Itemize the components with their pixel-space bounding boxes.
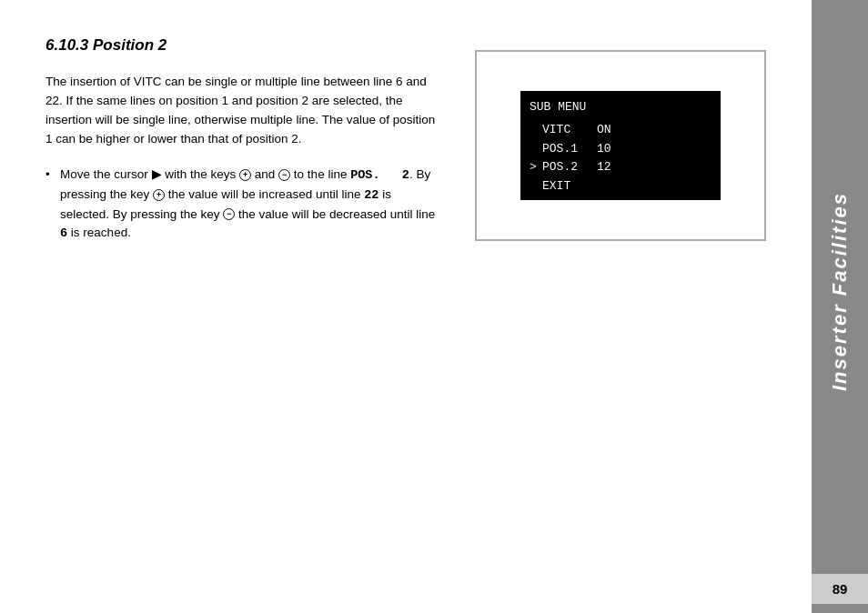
cursor-2: [530, 140, 542, 159]
cursor-1: [530, 121, 542, 140]
up-key2-icon: +: [153, 189, 165, 201]
screen-row-exit: EXIT: [530, 177, 712, 196]
label-vitc: VITC: [542, 121, 597, 140]
label-pos2: POS.2: [542, 158, 597, 177]
screen-panel: SUB MENU VITC ON POS.1 10 > POS.2 12 EXI…: [475, 50, 766, 241]
down-key-icon: −: [278, 169, 290, 181]
up-key-icon: +: [239, 169, 251, 181]
list-item: Move the cursor ▶ with the keys + and − …: [45, 166, 437, 245]
bullet-text: Move the cursor ▶ with the keys + and − …: [60, 167, 435, 240]
screen-header: SUB MENU: [530, 98, 712, 117]
screen-row-pos2: > POS.2 12: [530, 158, 712, 177]
bullet-list: Move the cursor ▶ with the keys + and − …: [45, 166, 437, 245]
line-6: 6: [60, 226, 67, 240]
label-exit: EXIT: [542, 177, 597, 196]
main-content: 6.10.3 Position 2 The insertion of VITC …: [0, 0, 812, 613]
cursor-3: >: [530, 158, 542, 177]
value-pos2: 12: [597, 158, 611, 177]
page-number: 89: [812, 574, 868, 604]
right-sidebar: Inserter Facilities 89: [812, 0, 868, 613]
description: The insertion of VITC can be single or m…: [45, 73, 437, 149]
value-vitc: ON: [597, 121, 611, 140]
sidebar-title: Inserter Facilities: [828, 9, 852, 574]
line-22: 22: [364, 188, 378, 202]
screen-display: SUB MENU VITC ON POS.1 10 > POS.2 12 EXI…: [520, 91, 721, 200]
down-key2-icon: −: [223, 208, 235, 220]
screen-row-pos1: POS.1 10: [530, 140, 712, 159]
value-pos1: 10: [597, 140, 611, 159]
mono-pos-label: POS. 2: [350, 168, 409, 182]
label-pos1: POS.1: [542, 140, 597, 159]
cursor-4: [530, 177, 542, 196]
screen-row-vitc: VITC ON: [530, 121, 712, 140]
screen-title: SUB MENU: [530, 100, 586, 114]
